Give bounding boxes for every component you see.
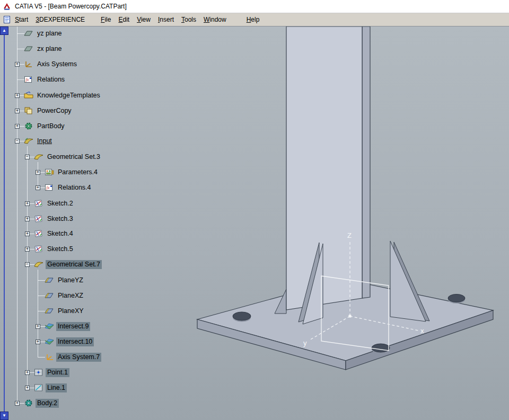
tree-item-sketch-4[interactable]: Sketch.4	[33, 228, 75, 239]
menu-insert[interactable]: Insert	[154, 14, 178, 25]
expander-sketch-3[interactable]: +	[25, 217, 30, 221]
tree-item-geometrical-set-3[interactable]: Geometrical Set.3	[33, 151, 102, 162]
tree-scroll-track[interactable]	[4, 35, 5, 412]
sketch-icon	[33, 245, 44, 253]
tree-item-zx-plane[interactable]: zx plane	[23, 43, 64, 54]
geoset-icon	[33, 260, 44, 269]
expander-point-1[interactable]: +	[25, 370, 30, 375]
tree-item-label[interactable]: Parameters.4	[56, 168, 99, 177]
tree-item-label[interactable]: Relations.4	[56, 183, 93, 192]
column-front-face[interactable]	[286, 26, 362, 310]
menu-help[interactable]: Help	[243, 14, 264, 25]
menu-tools[interactable]: Tools	[178, 14, 200, 25]
column[interactable]	[286, 26, 370, 310]
tree-item-label[interactable]: Sketch.4	[46, 229, 75, 238]
expander-relations-4[interactable]: +	[36, 185, 40, 190]
tree-item-label[interactable]: zx plane	[36, 44, 64, 53]
tree-item-label[interactable]: PlaneXY	[56, 307, 85, 316]
tree-item-label[interactable]: yz plane	[36, 29, 64, 38]
tree-item-relations-4[interactable]: fxRelations.4	[44, 182, 93, 193]
x-axis-label: x	[420, 327, 424, 335]
plane-feature-icon	[44, 291, 55, 300]
tree-item-label[interactable]: Intersect.10	[56, 337, 94, 346]
expander-line-1[interactable]: +	[25, 386, 30, 390]
tree-item-label[interactable]: Sketch.2	[46, 199, 75, 208]
tree-item-label[interactable]: Axis System.7	[56, 353, 101, 362]
expander-geometrical-set-7[interactable]: −	[25, 262, 30, 267]
expander-intersect-9[interactable]: +	[36, 324, 40, 329]
tree-item-intersect-10[interactable]: Intersect.10	[44, 336, 94, 347]
menu-window[interactable]: Window	[200, 14, 230, 25]
tree-item-geometrical-set-7[interactable]: Geometrical Set.7	[33, 259, 102, 270]
tree-item-relations[interactable]: fxRelations	[23, 74, 66, 85]
expander-input[interactable]: −	[15, 139, 20, 144]
tree-item-input[interactable]: Input	[23, 136, 54, 146]
right-gusset-front-face[interactable]	[390, 241, 426, 321]
tree-item-partbody[interactable]: PartBody	[23, 121, 66, 131]
menu-start[interactable]: Start	[11, 14, 32, 25]
tree-item-label[interactable]: Sketch.5	[46, 245, 75, 254]
tree-item-label[interactable]: Input	[36, 137, 54, 146]
relations-icon: fx	[23, 75, 34, 84]
menu-edit[interactable]: Edit	[115, 14, 133, 25]
tree-item-label[interactable]: Line.1	[46, 383, 67, 392]
tree-item-axis-systems[interactable]: Axis Systems	[23, 59, 78, 69]
expander-parameters-4[interactable]: +	[36, 170, 40, 175]
tree-item-label[interactable]: KnowledgeTemplates	[36, 91, 102, 100]
tree-connector	[17, 26, 17, 403]
expander-powercopy[interactable]: +	[15, 109, 20, 113]
expander-sketch-5[interactable]: +	[25, 247, 30, 252]
menu-3dexperience[interactable]: 3DEXPERIENCE	[32, 14, 89, 25]
tree-scroll-down-button[interactable]: ▼	[0, 412, 8, 420]
axis-systems-icon	[23, 60, 34, 68]
catia-logo-icon	[3, 2, 11, 11]
tree-item-label[interactable]: Sketch.3	[46, 215, 75, 224]
document-icon[interactable]	[3, 15, 11, 24]
expander-sketch-2[interactable]: +	[25, 201, 30, 206]
expander-geometrical-set-3[interactable]: −	[25, 155, 30, 159]
tree-item-label[interactable]: Body.2	[36, 399, 59, 408]
expander-body-2[interactable]: +	[15, 401, 20, 406]
tree-item-sketch-5[interactable]: Sketch.5	[33, 244, 75, 254]
origin-marker[interactable]	[349, 315, 352, 318]
expander-intersect-10[interactable]: +	[36, 339, 40, 344]
tree-item-label[interactable]: Geometrical Set.7	[46, 260, 102, 269]
tree-item-yz-plane[interactable]: yz plane	[23, 28, 64, 39]
tree-item-axis-system-7[interactable]: Axis System.7	[44, 352, 101, 362]
body-icon	[23, 399, 34, 407]
tree-item-label[interactable]: Relations	[36, 75, 66, 84]
expander-axis-systems[interactable]: +	[15, 62, 20, 67]
tree-item-planexz[interactable]: PlaneXZ	[44, 290, 85, 301]
tree-item-label[interactable]: PlaneXZ	[56, 291, 85, 300]
menu-view[interactable]: View	[133, 14, 154, 25]
tree-item-planeyz[interactable]: PlaneYZ	[44, 275, 85, 285]
expander-partbody[interactable]: +	[15, 124, 20, 129]
tree-item-body-2[interactable]: Body.2	[23, 398, 59, 408]
tree-item-sketch-3[interactable]: Sketch.3	[33, 213, 75, 224]
expander-knowledgetemplates[interactable]: +	[15, 93, 20, 98]
tree-item-powercopy[interactable]: PowerCopy	[23, 105, 73, 116]
tree-item-label[interactable]: PowerCopy	[36, 106, 73, 115]
tree-item-knowledgetemplates[interactable]: KnowledgeTemplates	[23, 90, 102, 101]
right-gusset[interactable]	[390, 241, 429, 321]
bolt-hole-left[interactable]	[233, 312, 251, 322]
tree-item-label[interactable]: PlaneYZ	[56, 276, 85, 285]
tree-scroll-up-button[interactable]: ▲	[0, 26, 8, 35]
tree-item-point-1[interactable]: Point.1	[33, 367, 69, 378]
tree-item-label[interactable]: Intersect.9	[56, 322, 90, 331]
column-right-face[interactable]	[362, 26, 370, 298]
expander-sketch-4[interactable]: +	[25, 231, 30, 236]
tree-item-label[interactable]: Point.1	[46, 368, 69, 377]
tree-item-intersect-9[interactable]: Intersect.9	[44, 321, 90, 332]
menu-file[interactable]: File	[97, 14, 115, 25]
tree-item-sketch-2[interactable]: Sketch.2	[33, 198, 75, 209]
tree-item-label[interactable]: Axis Systems	[36, 60, 78, 69]
tree-item-label[interactable]: Geometrical Set.3	[46, 153, 102, 162]
tree-item-label[interactable]: PartBody	[36, 122, 66, 131]
bolt-hole-right[interactable]	[448, 294, 465, 304]
tree-item-parameters-4[interactable]: Parameters.4	[44, 167, 99, 177]
sketch-icon	[33, 199, 44, 208]
tree-item-line-1[interactable]: Line.1	[33, 382, 67, 393]
tree-item-planexy[interactable]: PlaneXY	[44, 306, 85, 316]
tree-connector	[27, 146, 28, 388]
